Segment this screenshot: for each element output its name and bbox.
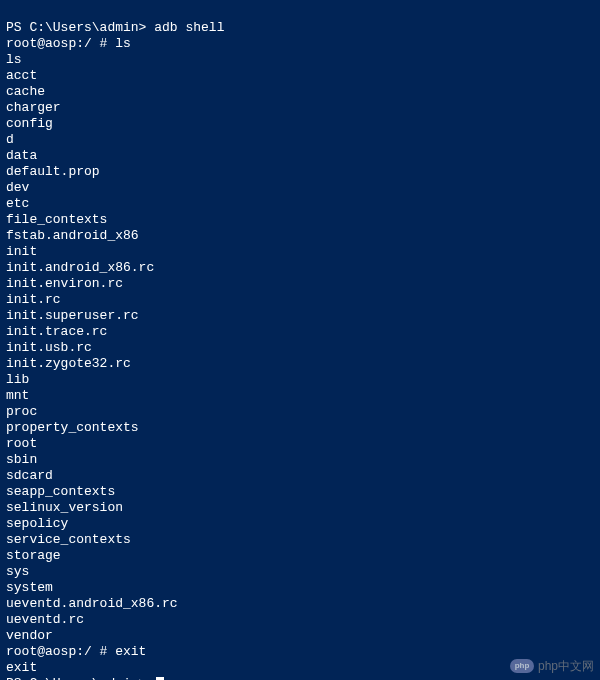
listing-item: init.usb.rc [6,340,92,355]
cmd-adb-shell: adb shell [154,20,224,35]
terminal-output[interactable]: PS C:\Users\admin> adb shell root@aosp:/… [6,4,594,680]
listing-item: property_contexts [6,420,139,435]
listing-item: storage [6,548,61,563]
listing-item: lib [6,372,29,387]
listing-item: selinux_version [6,500,123,515]
listing-item: seapp_contexts [6,484,115,499]
listing-item: charger [6,100,61,115]
listing-item: default.prop [6,164,100,179]
listing-item: init [6,244,37,259]
cmd-exit: exit [115,644,146,659]
listing-item: config [6,116,53,131]
listing-item: etc [6,196,29,211]
listing-item: sdcard [6,468,53,483]
listing-item: dev [6,180,29,195]
listing-item: init.superuser.rc [6,308,139,323]
ps-prompt: PS C:\Users\admin> [6,20,154,35]
listing-item: root [6,436,37,451]
watermark-text: php中文网 [538,658,594,674]
cmd-ls: ls [115,36,131,51]
listing-item: d [6,132,14,147]
root-prompt: root@aosp:/ # [6,644,115,659]
listing-item: proc [6,404,37,419]
php-logo-icon: php [510,659,534,673]
listing-item: sbin [6,452,37,467]
echo-ls: ls [6,52,22,67]
echo-exit: exit [6,660,37,675]
watermark: php php中文网 [510,658,594,674]
listing-item: init.zygote32.rc [6,356,131,371]
listing-item: vendor [6,628,53,643]
listing-item: system [6,580,53,595]
listing-item: sys [6,564,29,579]
listing-item: sepolicy [6,516,68,531]
listing-item: file_contexts [6,212,107,227]
listing-item: acct [6,68,37,83]
root-prompt: root@aosp:/ # [6,36,115,51]
listing-item: ueventd.rc [6,612,84,627]
listing-item: service_contexts [6,532,131,547]
listing-item: init.environ.rc [6,276,123,291]
listing-item: init.trace.rc [6,324,107,339]
listing-item: mnt [6,388,29,403]
ps-prompt-final: PS C:\Users\admin> [6,676,154,680]
listing-item: init.rc [6,292,61,307]
listing-item: cache [6,84,45,99]
listing-item: fstab.android_x86 [6,228,139,243]
listing-item: init.android_x86.rc [6,260,154,275]
listing-item: ueventd.android_x86.rc [6,596,178,611]
listing-item: data [6,148,37,163]
